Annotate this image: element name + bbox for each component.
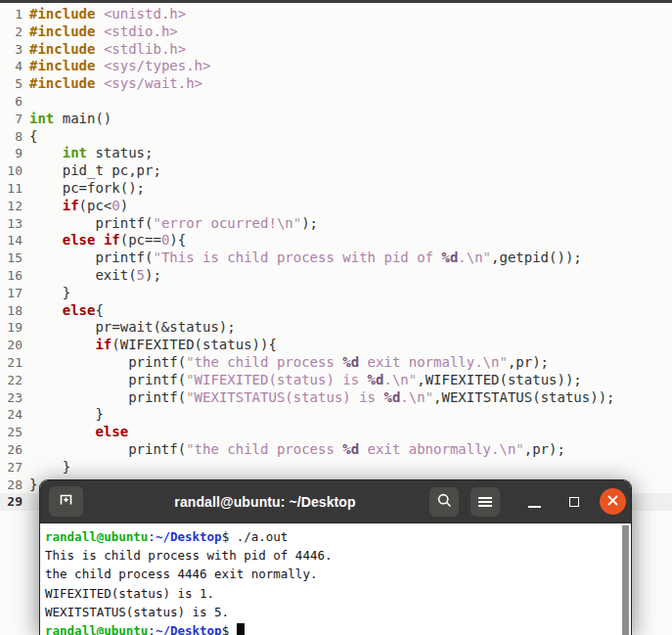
code-text: int status;: [29, 145, 153, 162]
minimize-button[interactable]: [519, 487, 549, 517]
close-icon: [606, 493, 619, 511]
close-button[interactable]: [600, 488, 626, 515]
line-number: 3: [0, 41, 29, 59]
line-number: 27: [0, 459, 29, 476]
line-number: 4: [0, 58, 29, 75]
code-text: else if(pc==0){: [29, 232, 186, 249]
code-line[interactable]: 27 }: [0, 459, 672, 476]
editor-lines: 1#include <unistd.h>2#include <stdio.h>3…: [0, 6, 672, 511]
terminal-line: randall@ubuntu:~/Desktop$: [45, 621, 631, 635]
line-number: 15: [0, 249, 29, 267]
line-number: 22: [0, 372, 29, 389]
line-number: 20: [0, 337, 29, 354]
code-line[interactable]: 10 pid_t pc,pr;: [0, 162, 672, 180]
code-text: }: [29, 406, 104, 424]
line-number: 24: [0, 406, 29, 424]
line-number: 28: [0, 476, 29, 494]
code-text: printf("the child process %d exit normal…: [29, 354, 549, 372]
code-text: #include <sys/types.h>: [29, 58, 210, 75]
code-text: }: [29, 285, 70, 302]
line-number: 29: [0, 493, 29, 511]
line-number: 14: [0, 232, 29, 249]
code-text: }: [29, 459, 70, 476]
code-line[interactable]: 5#include <sys/wait.h>: [0, 75, 672, 93]
code-text: printf("error ocurred!\n");: [29, 215, 318, 233]
line-number: 12: [0, 198, 29, 215]
line-number: 17: [0, 285, 29, 302]
code-line[interactable]: 11 pc=fork();: [0, 180, 672, 198]
line-number: 13: [0, 215, 29, 233]
line-number: 5: [0, 75, 29, 93]
code-text: printf("WEXITSTATUS(status) is %d.\n",WE…: [29, 389, 615, 407]
code-text: #include <sys/wait.h>: [29, 75, 202, 93]
code-line[interactable]: 26 printf("the child process %d exit abn…: [0, 441, 672, 459]
code-text: else{: [29, 302, 104, 320]
code-line[interactable]: 21 printf("the child process %d exit nor…: [0, 354, 672, 372]
code-text: printf("the child process %d exit abnorm…: [29, 441, 565, 459]
terminal-line: This is child process with pid of 4446.: [45, 546, 631, 565]
terminal-line: the child process 4446 exit normally.: [45, 565, 631, 583]
line-number: 7: [0, 111, 29, 128]
search-button[interactable]: [429, 487, 459, 517]
line-number: 23: [0, 389, 29, 407]
maximize-button[interactable]: [560, 487, 589, 517]
terminal-line: WIFEXITED(status) is 1.: [45, 584, 631, 603]
code-line[interactable]: 1#include <unistd.h>: [0, 6, 672, 23]
line-number: 16: [0, 267, 29, 285]
window-title: randall@ubuntu: ~/Desktop: [157, 480, 373, 523]
code-text: #include <unistd.h>: [29, 6, 186, 23]
code-line[interactable]: 7int main(): [0, 111, 672, 128]
terminal-scrollbar[interactable]: [622, 525, 629, 635]
line-number: 11: [0, 180, 29, 198]
code-text: exit(5);: [29, 267, 161, 285]
code-line[interactable]: 18 else{: [0, 302, 672, 320]
terminal-line: WEXITSTATUS(status) is 5.: [45, 603, 631, 621]
code-line[interactable]: 3#include <stdlib.h>: [0, 41, 672, 59]
code-text: else: [29, 424, 128, 441]
code-line[interactable]: 12 if(pc<0): [0, 198, 672, 215]
terminal-cursor: [237, 623, 245, 635]
code-line[interactable]: 14 else if(pc==0){: [0, 232, 672, 249]
hamburger-menu-icon: [478, 497, 492, 507]
new-tab-button[interactable]: [49, 486, 83, 517]
terminal-titlebar[interactable]: randall@ubuntu: ~/Desktop: [40, 480, 631, 523]
code-text: #include <stdlib.h>: [29, 41, 186, 59]
code-text: if(WIFEXITED(status)){: [29, 337, 277, 354]
code-text: {: [29, 128, 37, 146]
code-line[interactable]: 6: [0, 93, 672, 111]
code-line[interactable]: 20 if(WIFEXITED(status)){: [0, 337, 672, 354]
new-tab-icon: [58, 491, 74, 512]
code-line[interactable]: 2#include <stdio.h>: [0, 23, 672, 41]
terminal-lines: randall@ubuntu:~/Desktop$ ./a.outThis is…: [45, 527, 631, 635]
code-line[interactable]: 4#include <sys/types.h>: [0, 58, 672, 75]
code-text: printf("WIFEXITED(status) is %d.\n",WIFE…: [29, 372, 582, 389]
code-line[interactable]: 9 int status;: [0, 145, 672, 162]
search-icon: [436, 492, 453, 513]
code-line[interactable]: 17 }: [0, 285, 672, 302]
code-line[interactable]: 13 printf("error ocurred!\n");: [0, 215, 672, 233]
code-text: #include <stdio.h>: [29, 23, 178, 41]
menu-button[interactable]: [470, 487, 500, 517]
code-text: pc=fork();: [29, 180, 145, 198]
code-line[interactable]: 24 }: [0, 406, 672, 424]
line-number: 9: [0, 145, 29, 162]
terminal-window: randall@ubuntu: ~/Desktop: [39, 479, 632, 635]
line-number: 8: [0, 128, 29, 146]
line-number: 10: [0, 162, 29, 180]
code-text: pid_t pc,pr;: [29, 162, 161, 180]
code-line[interactable]: 16 exit(5);: [0, 267, 672, 285]
terminal-output[interactable]: randall@ubuntu:~/Desktop$ ./a.outThis is…: [40, 523, 631, 635]
code-line[interactable]: 23 printf("WEXITSTATUS(status) is %d.\n"…: [0, 389, 672, 407]
code-line[interactable]: 8{: [0, 128, 672, 146]
minimize-icon: [528, 506, 541, 508]
code-text: }: [29, 476, 37, 494]
code-text: int main(): [29, 111, 112, 128]
code-text: printf("This is child process with pid o…: [29, 249, 582, 267]
code-line[interactable]: 19 pr=wait(&status);: [0, 319, 672, 337]
line-number: 19: [0, 319, 29, 337]
code-line[interactable]: 25 else: [0, 424, 672, 441]
code-line[interactable]: 22 printf("WIFEXITED(status) is %d.\n",W…: [0, 372, 672, 389]
terminal-line: randall@ubuntu:~/Desktop$ ./a.out: [45, 527, 631, 546]
code-line[interactable]: 15 printf("This is child process with pi…: [0, 249, 672, 267]
line-number: 25: [0, 424, 29, 441]
